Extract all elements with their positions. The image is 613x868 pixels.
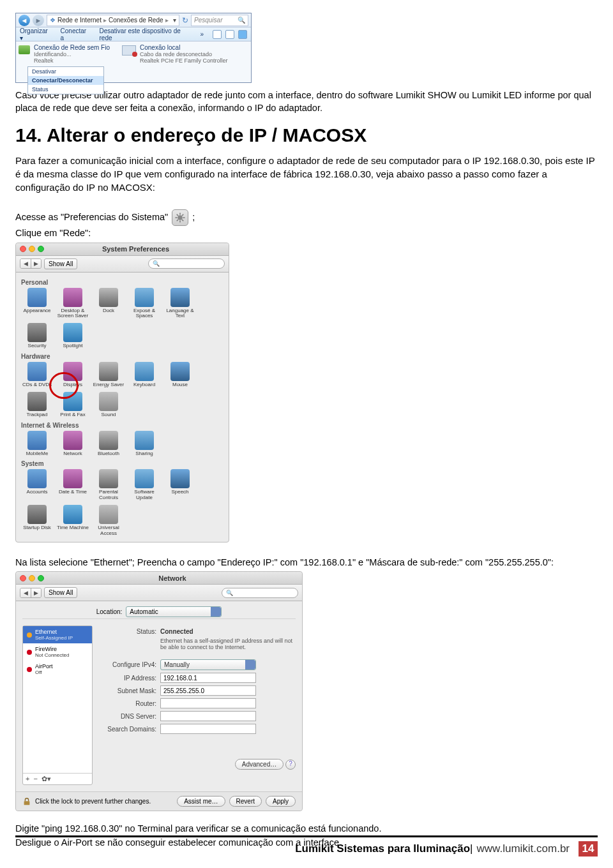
pref-item[interactable]: Parental Controls: [93, 469, 125, 501]
pref-item[interactable]: Network: [57, 431, 89, 457]
pref-item[interactable]: Sharing: [128, 431, 160, 457]
pref-item[interactable]: Bluetooth: [93, 431, 125, 457]
sidebar-item[interactable]: AirPortOff: [23, 661, 92, 678]
pref-icon: [99, 362, 118, 381]
section-heading: 14. Alterar o endereço de IP / MACOSX: [15, 124, 598, 146]
minimize-icon[interactable]: [29, 246, 35, 252]
pref-label: Software Update: [128, 490, 160, 501]
search-input[interactable]: 🔍: [148, 258, 225, 269]
router-input[interactable]: [160, 698, 256, 708]
nav-fwd-icon[interactable]: ►: [33, 15, 44, 26]
lock-text: Click the lock to prevent further change…: [35, 798, 151, 805]
help-icon[interactable]: ?: [285, 760, 296, 770]
toolbar-more[interactable]: »: [200, 31, 204, 38]
apply-button[interactable]: Apply: [266, 796, 296, 807]
lock-icon[interactable]: [22, 797, 31, 806]
pref-item[interactable]: Accounts: [21, 469, 53, 501]
close-icon[interactable]: [20, 246, 26, 252]
pref-icon: [27, 392, 47, 411]
pref-item[interactable]: Energy Saver: [93, 362, 125, 388]
mac-network-preferences-screenshot: Network ◀▶ Show All 🔍 Location: Automati…: [15, 571, 303, 811]
svc-sub: Not Connected: [35, 652, 88, 658]
search-input[interactable]: 🔍: [222, 588, 298, 598]
organize-menu[interactable]: Organizar ▾: [20, 27, 52, 41]
network-glyph-icon: ❖: [50, 17, 56, 24]
search-domains-label: Search Domains:: [99, 726, 156, 733]
add-service-button[interactable]: +: [26, 775, 29, 783]
assist-button[interactable]: Assist me…: [177, 796, 225, 807]
context-menu: Desativar Conectar/Desconectar Status: [27, 66, 104, 94]
pref-icon: [27, 431, 47, 450]
pref-item[interactable]: Time Machine: [57, 505, 89, 537]
show-all-button[interactable]: Show All: [44, 587, 77, 598]
breadcrumb[interactable]: ❖ Rede e Internet ▸ Conexões de Rede ▸ ▾: [47, 15, 179, 26]
pref-icon: [170, 469, 190, 488]
nav-back-forward[interactable]: ◀▶: [20, 258, 42, 269]
pref-item[interactable]: Exposé & Spaces: [128, 288, 160, 320]
close-icon[interactable]: [20, 575, 26, 581]
pref-item[interactable]: CDs & DVDs: [21, 362, 53, 388]
pref-item[interactable]: Date & Time: [57, 469, 89, 501]
connect-to-button[interactable]: Conectar a: [61, 27, 91, 41]
pref-label: Trackpad: [21, 412, 53, 418]
pref-label: Energy Saver: [93, 382, 125, 388]
paragraph-ping: Digite "ping 192.168.0.30" no Terminal p…: [15, 823, 598, 835]
pref-label: Exposé & Spaces: [128, 308, 160, 320]
wifi-title[interactable]: Conexão de Rede sem Fio: [34, 44, 110, 51]
pref-item[interactable]: Spotlight: [57, 323, 89, 349]
sidebar-item[interactable]: EthernetSelf-Assigned IP: [23, 626, 92, 643]
ctx-status[interactable]: Status: [28, 85, 103, 94]
row-internet: MobileMeNetworkBluetoothSharing: [21, 431, 223, 457]
pref-item[interactable]: Dock: [93, 288, 125, 320]
pref-item[interactable]: Universal Access: [93, 505, 125, 537]
pref-item[interactable]: Security: [21, 323, 53, 349]
zoom-icon[interactable]: [38, 246, 44, 252]
search-domains-input[interactable]: [160, 724, 256, 734]
network-sidebar: EthernetSelf-Assigned IPFireWireNot Conn…: [22, 625, 93, 785]
pref-item[interactable]: Desktop & Screen Saver: [57, 288, 89, 320]
ethernet-icon: [122, 45, 136, 56]
pref-icon: [99, 505, 118, 524]
remove-service-button[interactable]: −: [33, 775, 37, 783]
view-icon[interactable]: [213, 30, 222, 39]
pref-icon: [99, 288, 118, 307]
pref-item[interactable]: Mouse: [164, 362, 196, 388]
svg-line-7: [177, 220, 178, 221]
search-input[interactable]: Pesquisar 🔍: [191, 15, 248, 26]
help-icon[interactable]: [238, 30, 247, 39]
nav-back-icon[interactable]: ◄: [19, 15, 30, 26]
gear-menu[interactable]: ✿▾: [42, 775, 51, 783]
refresh-icon[interactable]: ↻: [182, 16, 188, 25]
ctx-connect-disconnect[interactable]: Conectar/Desconectar: [28, 76, 103, 85]
subnet-mask-input[interactable]: [160, 685, 256, 696]
configure-select[interactable]: Manually: [160, 659, 256, 670]
pref-item[interactable]: Appearance: [21, 288, 53, 320]
sidebar-item[interactable]: FireWireNot Connected: [23, 643, 92, 661]
location-select[interactable]: Automatic: [126, 606, 222, 617]
window-title: System Preferences: [47, 245, 225, 253]
pref-item[interactable]: Keyboard: [128, 362, 160, 388]
minimize-icon[interactable]: [29, 575, 35, 581]
ctx-disable[interactable]: Desativar: [28, 67, 103, 76]
advanced-button[interactable]: Advanced…: [235, 759, 284, 770]
pref-item[interactable]: MobileMe: [21, 431, 53, 457]
ip-address-input[interactable]: [160, 673, 256, 683]
zoom-icon[interactable]: [38, 575, 44, 581]
pref-item[interactable]: Language & Text: [164, 288, 196, 320]
eth-title[interactable]: Conexão local: [140, 44, 228, 51]
system-preferences-icon: [172, 209, 188, 226]
pref-item[interactable]: Sound: [93, 392, 125, 418]
disable-device-button[interactable]: Desativar este dispositivo de rede: [100, 27, 192, 41]
nav-back-forward[interactable]: ◀▶: [20, 588, 42, 598]
preview-pane-icon[interactable]: [225, 30, 234, 39]
pref-item[interactable]: Trackpad: [21, 392, 53, 418]
revert-button[interactable]: Revert: [229, 796, 262, 807]
eth-l3: Realtek PCIe FE Family Controller: [140, 57, 228, 64]
show-all-button[interactable]: Show All: [44, 258, 77, 269]
pref-label: Parental Controls: [93, 490, 125, 501]
pref-label: Print & Fax: [57, 412, 89, 418]
pref-item[interactable]: Software Update: [128, 469, 160, 501]
dns-input[interactable]: [160, 711, 256, 721]
pref-item[interactable]: Startup Disk: [21, 505, 53, 537]
pref-item[interactable]: Speech: [164, 469, 196, 501]
